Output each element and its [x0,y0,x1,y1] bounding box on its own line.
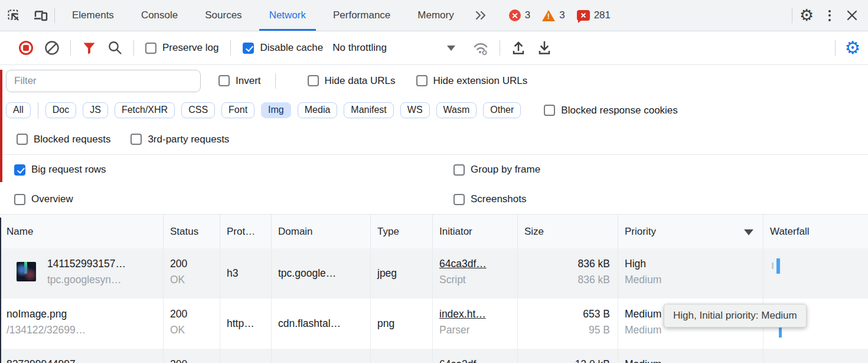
warnings-badge[interactable]: 3 [542,9,564,21]
tab-elements[interactable]: Elements [58,0,128,31]
checkbox-icon[interactable] [453,194,465,205]
tab-memory[interactable]: Memory [404,0,467,31]
more-tabs-button[interactable] [468,0,494,31]
initiator-link[interactable]: 64ca3df [439,356,517,363]
type-cell: png [371,299,433,349]
devtools-window: Elements Console Sources Network Perform… [0,0,868,363]
requests-table-header: Name Status Prot… Domain Type Initiator … [0,215,868,248]
close-devtools-button[interactable] [841,9,863,21]
column-header-size[interactable]: Size [518,215,618,248]
divider [230,40,231,56]
checkbox-icon[interactable] [145,43,156,54]
table-row[interactable]: 827299944997 200 64ca3df 12.0 kB Medium [0,349,868,363]
clear-network-log-button[interactable] [39,37,65,59]
type-cell [371,349,433,363]
invert-checkbox[interactable]: Invert [218,75,261,87]
gear-icon: ⚙ [800,8,814,24]
initiator-cell[interactable]: index.ht… Parser [433,299,518,349]
checkbox-icon[interactable] [416,75,428,86]
initiator-cell[interactable]: 64ca3df… Script [433,248,518,299]
filter-toggle-button[interactable] [76,37,102,59]
column-header-domain[interactable]: Domain [272,215,371,248]
overview-checkbox[interactable]: Overview [14,193,453,205]
download-icon [537,40,552,56]
column-header-initiator[interactable]: Initiator [433,215,518,248]
checkbox-icon[interactable] [218,75,230,86]
column-header-protocol[interactable]: Prot… [220,215,272,248]
issues-badge[interactable]: 281 [577,9,611,21]
upload-icon [511,40,526,56]
chip-fetch-xhr[interactable]: Fetch/XHR [115,102,175,118]
chip-doc[interactable]: Doc [45,102,76,118]
waterfall-cell[interactable] [763,248,868,299]
initiator-link[interactable]: 64ca3df… [439,256,517,272]
tab-network[interactable]: Network [256,0,319,31]
checkbox-icon[interactable] [130,134,142,145]
blocked-response-cookies-checkbox[interactable]: Blocked response cookies [544,105,678,116]
big-request-rows-checkbox[interactable]: Big request rows [14,164,453,176]
waterfall-cell[interactable] [763,349,868,363]
export-har-button[interactable] [531,37,557,59]
divider [275,73,276,89]
column-header-type[interactable]: Type [371,215,433,248]
group-by-frame-checkbox[interactable]: Group by frame [453,164,540,176]
chip-js[interactable]: JS [83,102,108,118]
checkbox-icon[interactable] [14,194,25,205]
column-header-name[interactable]: Name [0,215,164,248]
screenshots-checkbox[interactable]: Screenshots [453,193,527,205]
errors-badge[interactable]: 3 [509,9,530,21]
chip-media[interactable]: Media [298,102,338,118]
blocked-requests-checkbox[interactable]: Blocked requests [17,134,110,145]
devtools-tabbar: Elements Console Sources Network Perform… [0,0,868,31]
filter-row: Invert Hide data URLs Hide extension URL… [0,65,868,96]
initiator-link[interactable]: index.ht… [439,306,517,322]
throttling-select[interactable]: No throttling [332,42,455,54]
checkbox-icon[interactable] [544,105,555,116]
settings-gear-button[interactable]: ⚙ [795,8,818,24]
column-header-status[interactable]: Status [164,215,220,248]
checkbox-icon[interactable] [308,75,319,86]
chip-wasm[interactable]: Wasm [436,102,477,118]
status-cell: 200 OK [164,299,220,349]
funnel-icon [82,41,96,55]
preserve-log-checkbox[interactable]: Preserve log [145,42,218,54]
tab-console[interactable]: Console [128,0,191,31]
column-header-priority[interactable]: Priority [618,215,763,248]
import-har-button[interactable] [505,37,531,59]
chip-img[interactable]: Img [261,102,291,118]
hide-extension-urls-checkbox[interactable]: Hide extension URLs [416,75,528,87]
warnings-count: 3 [559,9,564,21]
disable-cache-checkbox[interactable]: Disable cache [243,42,323,54]
divider [70,40,71,56]
initiator-cell[interactable]: 64ca3df [433,349,518,363]
checkbox-icon[interactable] [453,164,465,176]
chip-manifest[interactable]: Manifest [344,102,393,118]
checkbox-icon[interactable] [14,164,25,176]
customize-menu-button[interactable] [821,10,838,21]
chip-font[interactable]: Font [221,102,254,118]
toggle-device-toolbar-button[interactable] [27,0,54,31]
network-settings-button[interactable]: ⚙ [841,39,864,57]
tab-sources[interactable]: Sources [191,0,255,31]
checkbox-icon[interactable] [243,43,254,54]
request-name-cell[interactable]: 827299944997 [0,349,164,363]
hide-data-urls-checkbox[interactable]: Hide data URLs [308,75,396,87]
chip-css[interactable]: CSS [181,102,215,118]
chip-ws[interactable]: WS [400,102,430,118]
checkbox-icon[interactable] [17,134,28,145]
record-network-log-button[interactable] [13,37,39,59]
search-button[interactable] [102,37,128,59]
column-header-waterfall[interactable]: Waterfall [763,215,868,248]
table-row[interactable]: 141152993157… tpc.googlesyn… 200 OK h3 t… [0,248,868,299]
tab-performance[interactable]: Performance [319,0,404,31]
chip-all[interactable]: All [6,102,31,118]
inspect-element-button[interactable] [0,0,27,31]
filter-input[interactable] [6,70,201,92]
network-conditions-button[interactable] [468,37,494,59]
third-party-requests-checkbox[interactable]: 3rd-party requests [130,134,229,145]
chevron-down-icon [447,46,455,51]
request-name-cell[interactable]: 141152993157… tpc.googlesyn… [0,248,164,299]
chip-other[interactable]: Other [483,102,521,118]
request-name-cell[interactable]: noImage.png /134122/32699… [0,299,164,349]
issues-icon [577,10,590,21]
